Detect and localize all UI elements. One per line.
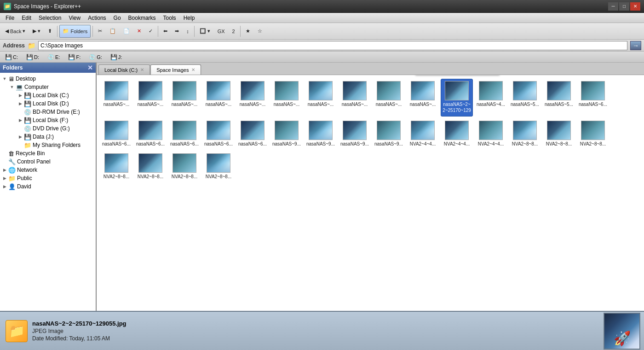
menu-item-selection[interactable]: Selection: [35, 14, 65, 22]
forward-button[interactable]: ▶ ▾: [29, 25, 44, 38]
menu-item-go[interactable]: Go: [110, 14, 125, 22]
file-item[interactable]: nasaNAS~9...: [373, 118, 405, 149]
delete-button[interactable]: ✕: [134, 25, 144, 38]
file-item[interactable]: nasaNAS~4...: [475, 79, 507, 117]
file-item[interactable]: nasaNAS~...: [373, 79, 405, 117]
drive-e-button[interactable]: 💿 E:: [44, 52, 63, 62]
tree-item-david[interactable]: ▶ 👤 David: [0, 182, 96, 191]
tab-space-images[interactable]: Space Images ✕: [150, 64, 201, 75]
tree-item-local-d[interactable]: ▶ 💾 Local Disk (D:): [0, 99, 96, 108]
file-thumbnail: [377, 121, 401, 140]
minimize-button[interactable]: ─: [608, 2, 618, 11]
file-item[interactable]: nasaNAS~...: [202, 79, 235, 117]
menu-item-bookmarks[interactable]: Bookmarks: [125, 14, 160, 22]
menu-item-edit[interactable]: Edit: [18, 14, 35, 22]
file-item[interactable]: NVA2~8~8...: [509, 118, 541, 149]
file-item[interactable]: nasaNAS~...: [236, 79, 269, 117]
tree-item-local-c[interactable]: ▶ 💾 Local Disk (C:): [0, 91, 96, 99]
close-button[interactable]: ✕: [630, 2, 640, 11]
copy-button[interactable]: 📋: [106, 25, 119, 38]
menu-item-help[interactable]: Help: [180, 14, 199, 22]
tree-item-dvd-g[interactable]: 💿 DVD Drive (G:): [0, 124, 96, 133]
move-forward-button[interactable]: ➡: [172, 25, 182, 38]
file-item[interactable]: nasaNAS~9...: [305, 118, 337, 149]
file-item[interactable]: nasaNAS~...: [270, 79, 303, 117]
file-item[interactable]: NVA2~4~4...: [407, 118, 439, 149]
drive-d-button[interactable]: 💾 D:: [23, 52, 42, 62]
folders-button[interactable]: 📁 Folders: [59, 25, 91, 38]
tree-item-my-sharing[interactable]: 📁 My Sharing Folders: [0, 141, 96, 149]
file-item[interactable]: nasaNAS~...: [168, 79, 201, 117]
up-icon: ⬆: [48, 28, 52, 34]
address-bar: Address 📁 →: [0, 40, 644, 52]
file-item[interactable]: nasaNAS~5...: [509, 79, 541, 117]
tree-item-public[interactable]: ▶ 📁 Public: [0, 174, 96, 182]
menu-item-file[interactable]: File: [2, 14, 18, 22]
file-item[interactable]: NVA2~8~8...: [134, 151, 167, 182]
file-item[interactable]: nasaNAS~...: [407, 79, 439, 117]
num-button[interactable]: 2: [229, 25, 238, 38]
file-item[interactable]: nasaNAS~9...: [339, 118, 371, 149]
tree-item-local-f[interactable]: ▶ 💾 Local Disk (F:): [0, 116, 96, 124]
file-item[interactable]: nasaNAS~6...: [236, 118, 269, 149]
tree-item-bdrom-e[interactable]: 💿 BD-ROM Drive (E:): [0, 108, 96, 116]
drive-f-button[interactable]: 💾 F:: [65, 52, 84, 62]
tree-item-control[interactable]: 🔧 Control Panel: [0, 158, 96, 166]
menu-item-actions[interactable]: Actions: [84, 14, 109, 22]
menu-item-view[interactable]: View: [65, 14, 84, 22]
file-item[interactable]: nasaNAS~6...: [577, 79, 609, 117]
bookmark-button[interactable]: ★: [242, 25, 253, 38]
main-content: Folders ✕ ▼ 🖥 Desktop ▼ 💻 Computer ▶ 💾 L…: [0, 63, 644, 311]
drive-g-button[interactable]: 💿 G:: [86, 52, 105, 62]
tab-local-disk[interactable]: Local Disk (C:) ✕: [98, 64, 150, 75]
file-item[interactable]: NVA2~8~8...: [168, 151, 201, 182]
back-button[interactable]: ◀ Back ▾: [2, 25, 29, 38]
menu-item-tools[interactable]: Tools: [160, 14, 180, 22]
tree-item-computer[interactable]: ▼ 💻 Computer: [0, 83, 96, 91]
file-item[interactable]: nasaNAS~6...: [100, 118, 132, 149]
tree-item-network[interactable]: ▶ 🌐 Network: [0, 166, 96, 174]
file-item[interactable]: NVA2~8~8...: [202, 151, 235, 182]
file-thumbnail: [445, 81, 469, 100]
file-item[interactable]: nasaNAS~2~ 2~25170~129055.jpgnasaNAS~2~2…: [441, 79, 473, 117]
view-button[interactable]: 🔲▾: [196, 25, 213, 38]
file-item[interactable]: NVA2~4~4...: [475, 118, 507, 149]
file-item[interactable]: nasaNAS~...: [339, 79, 371, 117]
file-item[interactable]: nasaNAS~...: [100, 79, 132, 117]
file-label: NVA2~8~8...: [206, 174, 232, 180]
file-item[interactable]: NVA2~8~8...: [543, 118, 575, 149]
maximize-button[interactable]: □: [619, 2, 629, 11]
file-thumbnail: [172, 81, 196, 100]
file-item[interactable]: nasaNAS~9...: [270, 118, 303, 149]
up-button[interactable]: ⬆: [45, 25, 55, 38]
address-go-button[interactable]: →: [630, 41, 641, 50]
file-item[interactable]: nasaNAS~...: [305, 79, 337, 117]
address-input[interactable]: [38, 41, 627, 50]
file-item[interactable]: nasaNAS~6...: [202, 118, 235, 149]
sort-button[interactable]: ↕: [183, 25, 192, 38]
drive-j-button[interactable]: 💾 J:: [107, 52, 126, 62]
file-item[interactable]: NVA2~8~8...: [577, 118, 609, 149]
file-item[interactable]: nasaNAS~5...: [543, 79, 575, 117]
file-label: nasaNAS~6...: [579, 101, 607, 107]
gx-button[interactable]: GX: [214, 25, 228, 38]
drive-c-button[interactable]: 💾 C:: [2, 52, 21, 62]
cut-button[interactable]: ✂: [95, 25, 105, 38]
paste-button[interactable]: 📄: [120, 25, 133, 38]
file-label: nasaNAS~6...: [204, 141, 233, 147]
file-thumbnail: [104, 81, 128, 100]
file-item[interactable]: NVA2~4~4...: [441, 118, 473, 149]
tab-space-images-close[interactable]: ✕: [191, 67, 195, 72]
file-item[interactable]: nasaNAS~6...: [168, 118, 201, 149]
move-back-button[interactable]: ⬅: [160, 25, 171, 38]
file-item[interactable]: nasaNAS~...: [134, 79, 167, 117]
folder-panel-close-button[interactable]: ✕: [87, 64, 93, 71]
file-item[interactable]: NVA2~8~8...: [100, 151, 132, 182]
tab-local-disk-close[interactable]: ✕: [140, 67, 144, 72]
properties-button[interactable]: ✓: [145, 25, 156, 38]
file-item[interactable]: nasaNAS~6...: [134, 118, 167, 149]
tree-item-data-j[interactable]: ▶ 💾 Data (J:): [0, 133, 96, 141]
tree-item-desktop[interactable]: ▼ 🖥 Desktop: [0, 75, 96, 83]
bookmark2-button[interactable]: ☆: [254, 25, 265, 38]
tree-item-recycle[interactable]: 🗑 Recycle Bin: [0, 149, 96, 158]
